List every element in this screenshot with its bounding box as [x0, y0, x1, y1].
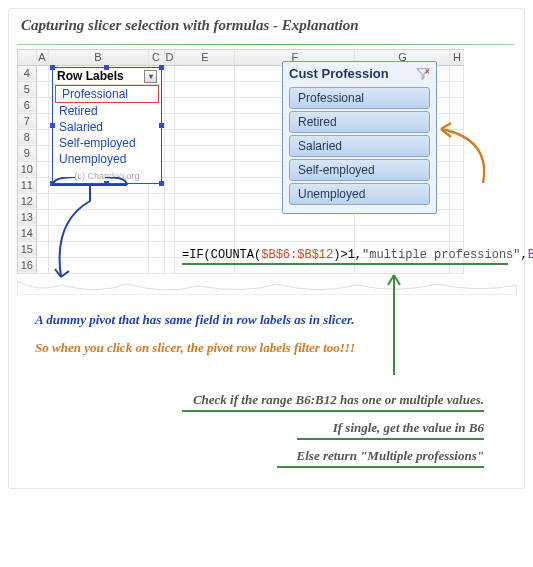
slicer-item[interactable]: Unemployed	[289, 183, 430, 205]
cell[interactable]	[175, 81, 235, 97]
diagram-title: Capturing slicer selection with formulas…	[17, 15, 514, 44]
cell[interactable]	[164, 161, 175, 177]
cell[interactable]	[175, 97, 235, 113]
cell[interactable]	[148, 241, 164, 257]
slicer-panel[interactable]: Cust Profession Professional Retired Sal…	[282, 61, 437, 214]
col-D[interactable]: D	[164, 50, 175, 65]
cell[interactable]	[148, 257, 164, 273]
cell[interactable]	[36, 97, 48, 113]
cell[interactable]	[175, 209, 235, 225]
cell[interactable]	[175, 113, 235, 129]
formula-cell[interactable]: =IF(COUNTA($B$6:$B$12)>1,"multiple profe…	[182, 248, 533, 262]
pivot-table[interactable]: Row Labels ▾ Professional Retired Salari…	[52, 67, 162, 184]
cell[interactable]	[36, 241, 48, 257]
row-7[interactable]: 7	[18, 113, 36, 129]
cell[interactable]	[148, 225, 164, 241]
note-line-3: Else return "Multiple professions"	[35, 448, 484, 464]
row-8[interactable]: 8	[18, 129, 36, 145]
cell[interactable]	[175, 177, 235, 193]
row-10[interactable]: 10	[18, 161, 36, 177]
cell[interactable]	[48, 209, 148, 225]
cell[interactable]	[36, 257, 48, 273]
cell[interactable]	[175, 65, 235, 81]
cell[interactable]	[164, 81, 175, 97]
cell[interactable]	[164, 113, 175, 129]
cell[interactable]	[36, 145, 48, 161]
cell[interactable]	[36, 193, 48, 209]
cell[interactable]	[164, 97, 175, 113]
cell[interactable]	[450, 225, 464, 241]
row-12[interactable]: 12	[18, 193, 36, 209]
row-6[interactable]: 6	[18, 97, 36, 113]
cell[interactable]	[164, 241, 175, 257]
row-16[interactable]: 16	[18, 257, 36, 273]
cell[interactable]	[36, 65, 48, 81]
pivot-item: Self-employed	[53, 135, 161, 151]
cell[interactable]	[450, 161, 464, 177]
row-11[interactable]: 11	[18, 177, 36, 193]
slicer-item[interactable]: Professional	[289, 87, 430, 109]
cell[interactable]	[36, 209, 48, 225]
col-B[interactable]: B	[48, 50, 148, 65]
cell[interactable]	[36, 225, 48, 241]
row-4[interactable]: 4	[18, 65, 36, 81]
cell[interactable]	[450, 65, 464, 81]
cell[interactable]	[235, 225, 355, 241]
row-13[interactable]: 13	[18, 209, 36, 225]
cell[interactable]	[148, 193, 164, 209]
cell[interactable]	[450, 81, 464, 97]
col-A[interactable]: A	[36, 50, 48, 65]
col-H[interactable]: H	[450, 50, 464, 65]
cell[interactable]	[164, 65, 175, 81]
torn-edge	[17, 281, 517, 295]
cell[interactable]	[175, 193, 235, 209]
slicer-item[interactable]: Salaried	[289, 135, 430, 157]
note-underline	[297, 438, 484, 440]
cell[interactable]	[450, 97, 464, 113]
cell[interactable]	[450, 129, 464, 145]
cell[interactable]	[48, 225, 148, 241]
slicer-item[interactable]: Retired	[289, 111, 430, 133]
cell[interactable]	[164, 145, 175, 161]
cell[interactable]	[175, 145, 235, 161]
cell[interactable]	[175, 161, 235, 177]
pivot-item: Unemployed	[53, 151, 161, 167]
cell[interactable]	[36, 113, 48, 129]
annotation-pivot: A dummy pivot that has same field in row…	[35, 312, 508, 328]
col-E[interactable]: E	[175, 50, 235, 65]
slicer-title: Cust Profession	[289, 66, 389, 81]
cell[interactable]	[164, 257, 175, 273]
cell[interactable]	[164, 129, 175, 145]
cell[interactable]	[164, 225, 175, 241]
slicer-item[interactable]: Self-employed	[289, 159, 430, 181]
row-5[interactable]: 5	[18, 81, 36, 97]
cell[interactable]	[450, 209, 464, 225]
cell[interactable]	[36, 177, 48, 193]
cell[interactable]	[36, 81, 48, 97]
annotation-slicer: So when you click on slicer, the pivot r…	[35, 340, 508, 356]
cell[interactable]	[355, 225, 450, 241]
cell[interactable]	[450, 145, 464, 161]
cell[interactable]	[48, 241, 148, 257]
cell[interactable]	[175, 129, 235, 145]
filter-dropdown-icon[interactable]: ▾	[144, 70, 157, 83]
cell[interactable]	[164, 193, 175, 209]
cell[interactable]	[36, 161, 48, 177]
row-14[interactable]: 14	[18, 225, 36, 241]
cell[interactable]	[36, 129, 48, 145]
note-line-2: If single, get the value in B6	[35, 420, 484, 436]
cell[interactable]	[450, 193, 464, 209]
cell[interactable]	[164, 177, 175, 193]
col-C[interactable]: C	[148, 50, 164, 65]
stage: A B C D E F G H 45678910111213141516	[17, 49, 517, 284]
row-9[interactable]: 9	[18, 145, 36, 161]
cell[interactable]	[164, 209, 175, 225]
row-15[interactable]: 15	[18, 241, 36, 257]
cell[interactable]	[48, 193, 148, 209]
cell[interactable]	[450, 113, 464, 129]
cell[interactable]	[450, 177, 464, 193]
cell[interactable]	[175, 225, 235, 241]
cell[interactable]	[148, 209, 164, 225]
clear-filter-icon[interactable]	[416, 68, 430, 80]
cell[interactable]	[48, 257, 148, 273]
